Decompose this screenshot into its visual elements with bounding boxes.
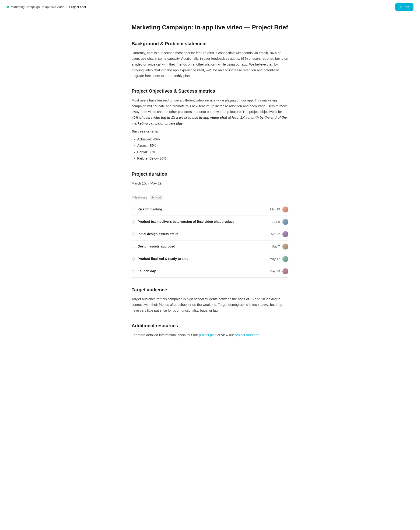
milestone-row: Product finalized & ready to ship May 17 — [132, 253, 288, 265]
milestone-right: May 7 — [271, 244, 288, 250]
avatar-image — [282, 268, 288, 274]
page-title: Marketing Campaign: In-app live video — … — [132, 24, 288, 31]
milestone-right: May 17 — [270, 256, 288, 262]
section-target-audience-heading: Target audience — [132, 286, 288, 294]
chevron-icon: › — [66, 5, 67, 9]
success-criteria-label: Success criteria: — [132, 129, 288, 134]
section-target-audience: Target audience Target audience for this… — [132, 286, 288, 313]
section-background-heading: Background & Problem statement — [132, 40, 288, 47]
criteria-list: Achieved: 40% Almost: 35% Partial: 30% F… — [132, 136, 288, 162]
milestone-row: Product team delivers beta version of fi… — [132, 216, 288, 228]
criteria-item: Partial: 30% — [137, 149, 288, 156]
milestone-name: Product team delivers beta version of fi… — [138, 219, 234, 224]
avatar-image — [282, 206, 288, 212]
milestone-left: Initial design assets are in — [132, 231, 178, 236]
milestone-date: Apr 22 — [271, 232, 280, 237]
status-dot — [7, 6, 9, 8]
section-background-body: Currently, chat is our second most popul… — [132, 50, 288, 79]
section-background: Background & Problem statement Currently… — [132, 40, 288, 79]
avatar — [282, 268, 288, 274]
criteria-item: Almost: 35% — [137, 143, 288, 149]
section-target-audience-body: Target audience for this campaign is hig… — [132, 296, 288, 313]
criteria-item: Failure: Below 30% — [137, 155, 288, 162]
criteria-item: Achieved: 40% — [137, 136, 288, 143]
milestone-date: May 29 — [270, 269, 280, 274]
breadcrumb-current: Project brief — [69, 4, 86, 10]
project-plan-link[interactable]: project plan — [199, 333, 217, 337]
avatar-image — [282, 256, 288, 262]
milestone-left: Product finalized & ready to ship — [132, 256, 189, 261]
milestone-diamond-icon — [132, 208, 135, 211]
milestone-left: Launch day — [132, 268, 156, 274]
milestone-right: May 29 — [270, 268, 288, 274]
resources-suffix: . — [259, 333, 260, 337]
milestone-diamond-icon — [132, 257, 135, 261]
milestone-row: Kickoff meeting Mar 15 — [132, 203, 288, 216]
milestone-diamond-icon — [132, 245, 135, 249]
edit-icon: ✎ — [399, 5, 402, 9]
milestone-name: Product finalized & ready to ship — [138, 256, 189, 261]
breadcrumb-parent[interactable]: Marketing Campaign: In-app live video — [11, 4, 64, 10]
milestone-name: Initial design assets are in — [138, 231, 178, 236]
milestone-right: Apr 5 — [272, 219, 288, 225]
milestone-row: Initial design assets are in Apr 22 — [132, 228, 288, 240]
objectives-prefix: Most users have learned to use a differe… — [132, 98, 288, 114]
avatar — [282, 256, 288, 262]
milestone-left: Design assets approved — [132, 244, 175, 249]
resources-prefix: For more detailed information, check out… — [132, 333, 199, 337]
section-objectives-body: Most users have learned to use a differe… — [132, 98, 288, 126]
milestones-header: Milestones Synced — [132, 195, 288, 200]
milestone-diamond-icon — [132, 269, 135, 273]
milestone-row: Design assets approved May 7 — [132, 240, 288, 253]
milestone-diamond-icon — [132, 232, 135, 236]
avatar — [282, 231, 288, 237]
milestone-date: Apr 5 — [272, 219, 280, 224]
section-duration: Project duration March 15th–May 29th — [132, 170, 288, 186]
milestone-list: Kickoff meeting Mar 15 Product team deli… — [132, 203, 288, 278]
avatar — [282, 219, 288, 225]
section-objectives-heading: Project Objectives & Success metrics — [132, 87, 288, 95]
milestone-date: Mar 15 — [270, 207, 280, 212]
avatar — [282, 206, 288, 212]
edit-button-label: Edit — [404, 5, 409, 9]
milestone-row: Launch day May 29 — [132, 265, 288, 278]
milestone-date: May 17 — [270, 256, 280, 262]
main-content: Marketing Campaign: In-app live video — … — [126, 14, 294, 365]
milestone-diamond-icon — [132, 220, 135, 224]
edit-button[interactable]: ✎ Edit — [395, 3, 413, 11]
milestone-date: May 7 — [271, 244, 280, 249]
avatar — [282, 244, 288, 250]
milestone-name: Design assets approved — [138, 244, 175, 249]
milestones-label: Milestones — [132, 195, 147, 200]
synced-badge: Synced — [150, 195, 163, 200]
resources-middle: or view our — [217, 333, 235, 337]
milestone-name: Kickoff meeting — [138, 207, 162, 212]
section-additional-resources-body: For more detailed information, check out… — [132, 332, 288, 338]
top-nav: Marketing Campaign: In-app live video › … — [0, 0, 420, 14]
avatar-image — [282, 231, 288, 237]
breadcrumb: Marketing Campaign: In-app live video › … — [7, 4, 86, 10]
milestone-right: Mar 15 — [270, 206, 288, 212]
objectives-italic: 40% of users who log in 1X a week to use… — [132, 116, 287, 125]
avatar-image — [282, 244, 288, 250]
section-additional-resources-heading: Additional resources — [132, 322, 288, 329]
milestone-name: Launch day — [138, 268, 156, 274]
milestone-left: Kickoff meeting — [132, 207, 162, 212]
milestone-left: Product team delivers beta version of fi… — [132, 219, 234, 224]
avatar-image — [282, 219, 288, 225]
section-duration-body: March 15th–May 29th — [132, 180, 288, 186]
section-objectives: Project Objectives & Success metrics Mos… — [132, 87, 288, 162]
section-additional-resources: Additional resources For more detailed i… — [132, 322, 288, 338]
section-duration-heading: Project duration — [132, 170, 288, 178]
milestone-right: Apr 22 — [271, 231, 288, 237]
project-roadmap-link[interactable]: project roadmap — [235, 333, 259, 337]
section-milestones: Milestones Synced Kickoff meeting Mar 15 — [132, 195, 288, 278]
